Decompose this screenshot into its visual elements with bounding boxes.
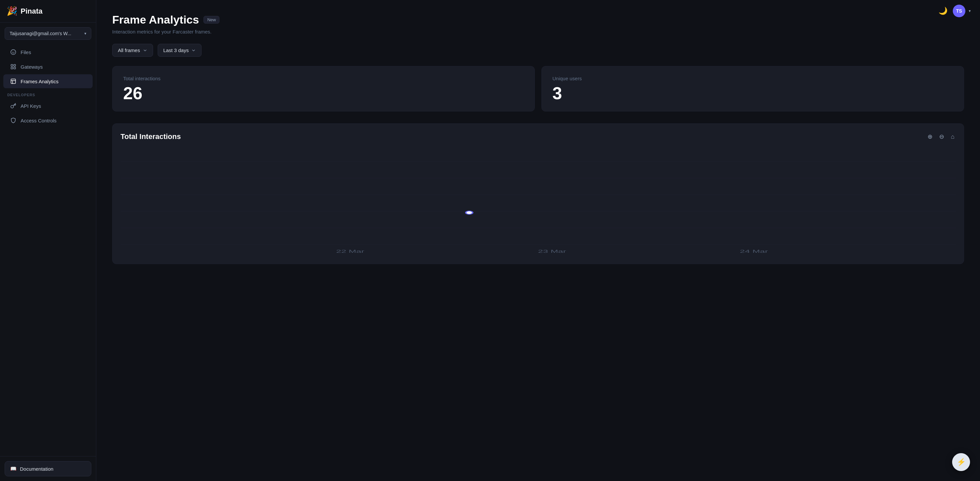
total-interactions-card: Total interactions 26 (112, 66, 535, 111)
svg-rect-4 (14, 64, 16, 66)
frames-analytics-label: Frames Analytics (21, 79, 59, 84)
sidebar-item-frames-analytics[interactable]: Frames Analytics (3, 74, 92, 88)
developers-label: DEVELOPERS (0, 89, 96, 98)
total-interactions-value: 26 (123, 84, 524, 102)
svg-point-14 (466, 211, 473, 214)
api-icon (10, 103, 17, 109)
files-icon (10, 49, 17, 56)
docs-label: Documentation (20, 466, 53, 472)
fab-button[interactable]: ⚡ (952, 453, 970, 471)
period-filter-chevron-icon (191, 48, 196, 53)
frames-icon (10, 78, 17, 84)
chart-zoom-in-button[interactable]: ⊕ (926, 132, 934, 142)
unique-users-value: 3 (552, 84, 953, 102)
chart-title: Total Interactions (121, 132, 181, 141)
docs-icon: 📖 (10, 466, 17, 472)
user-chevron-icon[interactable]: ▾ (969, 9, 971, 13)
workspace-selector[interactable]: Taijusanagi@gmail.com's W... ▾ (5, 27, 91, 40)
page-subtitle: Interaction metrics for your Farcaster f… (112, 29, 964, 35)
period-filter-dropdown[interactable]: Last 3 days (158, 44, 202, 57)
svg-point-0 (11, 50, 16, 55)
new-badge: New (204, 16, 220, 24)
period-filter-label: Last 3 days (163, 48, 189, 53)
chart-controls: ⊕ ⊖ ⌂ (926, 132, 956, 142)
chart-reset-button[interactable]: ⌂ (950, 132, 956, 142)
chart-section: Total Interactions ⊕ ⊖ ⌂ (112, 124, 964, 264)
page-title: Frame Analytics (112, 13, 199, 26)
svg-rect-7 (11, 79, 16, 84)
stat-cards: Total interactions 26 Unique users 3 (112, 66, 964, 111)
main-content: 🌙 TS ▾ Frame Analytics New Interaction m… (96, 0, 980, 481)
frames-filter-dropdown[interactable]: All frames (112, 44, 153, 57)
frames-filter-label: All frames (118, 48, 140, 53)
sidebar-item-access-controls[interactable]: Access Controls (3, 113, 92, 127)
unique-users-card: Unique users 3 (541, 66, 964, 111)
gateways-label: Gateways (21, 64, 43, 70)
unique-users-label: Unique users (552, 76, 953, 81)
page-header: Frame Analytics New (112, 13, 964, 26)
total-interactions-label: Total interactions (123, 76, 524, 81)
theme-toggle-button[interactable]: 🌙 (937, 5, 950, 17)
svg-text:22 Mar: 22 Mar (336, 249, 364, 254)
svg-text:23 Mar: 23 Mar (538, 249, 566, 254)
user-avatar[interactable]: TS (953, 5, 966, 17)
svg-text:24 Mar: 24 Mar (740, 249, 768, 254)
files-label: Files (21, 49, 31, 55)
svg-rect-3 (11, 64, 13, 66)
frames-filter-chevron-icon (143, 48, 147, 53)
filters-row: All frames Last 3 days (112, 44, 964, 57)
logo-text: Pinata (21, 7, 43, 16)
access-icon (10, 117, 17, 124)
fab-icon: ⚡ (957, 458, 966, 467)
chart-header: Total Interactions ⊕ ⊖ ⌂ (121, 132, 956, 142)
svg-rect-6 (14, 67, 16, 69)
header-right: 🌙 TS ▾ (937, 5, 971, 17)
sidebar: 🎉 Pinata Taijusanagi@gmail.com's W... ▾ … (0, 0, 96, 481)
interactions-chart: 22 Mar 23 Mar 24 Mar (121, 148, 956, 254)
sidebar-bottom: 📖 Documentation (0, 456, 96, 481)
documentation-button[interactable]: 📖 Documentation (5, 461, 91, 476)
access-controls-label: Access Controls (21, 118, 56, 124)
sidebar-item-gateways[interactable]: Gateways (3, 60, 92, 74)
sidebar-header: 🎉 Pinata (0, 0, 96, 22)
api-keys-label: API Keys (21, 103, 41, 109)
workspace-chevron-icon: ▾ (84, 31, 86, 36)
sidebar-item-files[interactable]: Files (3, 45, 92, 59)
workspace-label: Taijusanagi@gmail.com's W... (10, 31, 72, 36)
chart-zoom-out-button[interactable]: ⊖ (938, 132, 945, 142)
logo-emoji: 🎉 (6, 6, 17, 16)
sidebar-item-api-keys[interactable]: API Keys (3, 99, 92, 113)
gateways-icon (10, 63, 17, 70)
main-nav: Files Gateways Frames Ana (0, 42, 96, 456)
chart-container: 22 Mar 23 Mar 24 Mar (121, 148, 956, 256)
svg-rect-5 (11, 67, 13, 69)
